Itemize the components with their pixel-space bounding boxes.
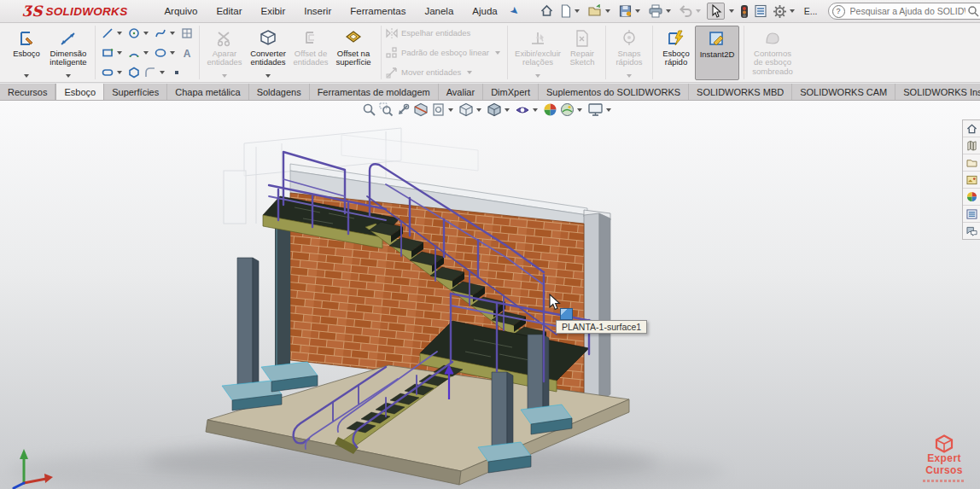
menu-arquivo[interactable]: Arquivo [155,2,207,20]
quick-sketch-button[interactable]: Esboço rápido [657,26,695,80]
offset-entities-button[interactable]: Offset de entidades [291,26,330,80]
offset-on-surface-icon [343,27,364,49]
tab-chapa-metalica[interactable]: Chapa metálica [167,84,248,100]
tab-dimxpert[interactable]: DimXpert [483,84,539,100]
tab-superficies[interactable]: Superfícies [104,84,167,100]
design-library-tab[interactable] [963,137,980,154]
spline-tool[interactable] [153,26,178,40]
view-palette-tab[interactable] [963,172,980,189]
shaded-sketch-contours-label: Contornos de esboço sombreado [749,49,796,77]
menu-janela[interactable]: Janela [415,2,463,20]
tab-ferramentas-moldagem[interactable]: Ferramentas de moldagem [310,84,439,100]
instant2d-button[interactable]: Instant2D [695,26,739,80]
tab-cam[interactable]: SOLIDWORKS CAM [792,84,895,100]
trim-entities-label: Aparar entidades [204,49,245,67]
text-tool[interactable]: A [179,46,195,60]
pin-menu-icon[interactable]: ➤ [507,3,522,18]
fillet-tool[interactable] [143,66,168,79]
edit-appearance-button[interactable] [543,102,557,117]
ellipsis-label[interactable]: E... [804,6,818,16]
search-icon[interactable] [967,5,979,17]
hide-show-items-button[interactable] [515,103,540,117]
status-light-icon[interactable] [738,3,750,20]
solidworks-resources-tab[interactable] [963,120,980,137]
move-entities-icon [386,67,398,79]
file-explorer-tab[interactable] [963,154,980,172]
command-manager-tabs: Recursos Esboço Superfícies Chapa metáli… [0,84,980,101]
new-document-button[interactable] [557,3,584,20]
section-view-button[interactable] [413,102,429,117]
wall-pillar [584,210,610,403]
slot-tool[interactable] [100,66,125,79]
tab-recursos[interactable]: Recursos [0,84,55,100]
tab-inspection[interactable]: SOLIDWORKS Inspection [895,84,980,100]
menu-inserir[interactable]: Inserir [295,2,341,20]
undo-button[interactable] [677,3,705,20]
menu-bar: Arquivo Editar Exibir Inserir Ferramenta… [155,2,506,20]
display-style-button[interactable] [487,102,512,117]
view-settings-button[interactable] [587,102,614,117]
point-tool[interactable] [169,66,184,79]
shaded-sketch-contours-button[interactable]: Contornos de esboço sombreado [749,26,796,80]
watermark-line1: Expert [927,453,961,465]
command-ribbon: Esboço Dimensão inteligente A [0,23,980,83]
settings-button[interactable] [771,3,799,20]
print-button[interactable] [646,3,675,20]
circle-icon [127,26,141,40]
apply-scene-button[interactable] [560,102,585,117]
solidworks-forum-tab[interactable] [963,223,980,239]
convert-entities-button[interactable]: Converter entidades [245,26,291,80]
menu-ajuda[interactable]: Ajuda [463,2,506,20]
previous-view-button[interactable] [396,102,411,117]
task-pane [962,119,980,240]
rectangle-tool[interactable] [100,46,125,60]
open-button[interactable] [586,3,615,20]
repair-sketch-label: Repair Sketch [563,49,601,67]
zoom-to-fit-button[interactable] [362,102,376,117]
quick-snaps-button[interactable]: Snaps rápidos [610,26,648,80]
trim-entities-button[interactable]: Aparar entidades [204,26,245,80]
text-icon: A [180,46,194,60]
sketch-3d-tool[interactable] [179,26,195,40]
search-box[interactable]: ? [828,3,980,20]
dynamic-annotation-button[interactable] [431,102,456,117]
point-icon [170,66,184,79]
sketch-icon [16,27,37,49]
ellipse-tool[interactable] [153,46,178,60]
appearances-scenes-tab[interactable] [963,189,980,206]
menu-ferramentas[interactable]: Ferramentas [341,2,415,20]
circle-tool[interactable] [126,26,152,40]
svg-text:A: A [184,47,191,59]
offset-on-surface-button[interactable]: Offset na superfície [330,26,376,80]
menu-exibir[interactable]: Exibir [252,2,295,20]
line-tool[interactable] [100,26,125,40]
sketch-button[interactable]: Esboço [7,26,46,80]
tab-esboco[interactable]: Esboço [55,84,104,100]
arc-tool[interactable] [126,46,152,60]
sketch-entities-grid: A [100,26,195,80]
smart-dimension-button[interactable]: Dimensão inteligente [46,26,90,80]
tab-suplementos[interactable]: Suplementos do SOLIDWORKS [539,84,689,100]
task-list-button[interactable] [752,3,769,20]
view-orientation-button[interactable] [458,102,484,117]
save-button[interactable] [616,3,645,20]
repair-sketch-button[interactable]: Repair Sketch [563,26,601,80]
tab-avaliar[interactable]: Avaliar [439,84,483,100]
select-tool-button[interactable] [707,3,725,20]
pattern-tools-stack: Espelhar entidades Padrão de esboço line… [386,27,503,79]
mirror-entities-button[interactable]: Espelhar entidades [386,27,503,39]
linear-pattern-button[interactable]: Padrão de esboço linear [386,47,503,59]
move-entities-button[interactable]: Mover entidades [386,67,503,79]
view-settings-icon [587,102,604,117]
zoom-to-area-button[interactable] [379,102,394,117]
custom-properties-tab[interactable] [963,206,980,223]
tab-soldagens[interactable]: Soldagens [249,84,310,100]
menu-editar[interactable]: Editar [207,2,251,20]
display-delete-relations-button[interactable]: Exibir/excluir relações [512,26,563,80]
tab-mbd[interactable]: SOLIDWORKS MBD [689,84,792,100]
polygon-tool[interactable] [126,66,142,79]
apply-scene-icon [560,102,575,117]
search-input[interactable] [849,5,967,17]
home-button[interactable] [538,3,556,20]
app-logo: ƷS SOLIDWORKS [0,3,139,20]
